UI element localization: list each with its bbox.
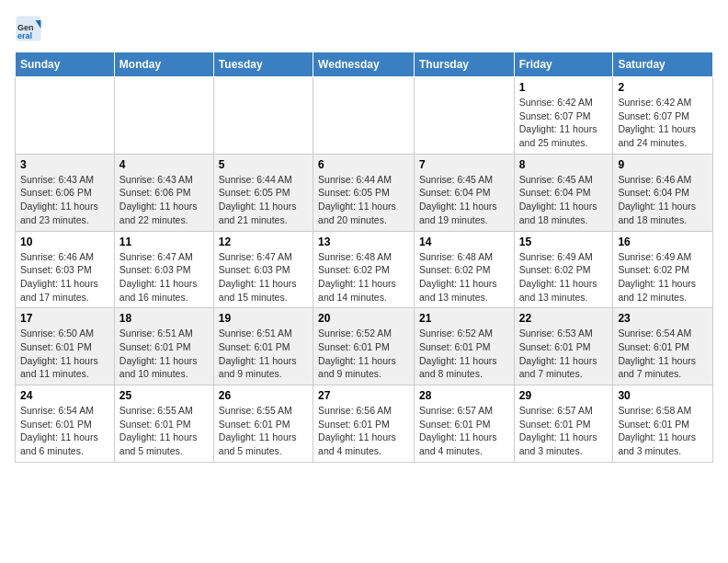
day-info: Sunrise: 6:42 AM Sunset: 6:07 PM Dayligh… bbox=[519, 96, 609, 150]
day-info: Sunrise: 6:57 AM Sunset: 6:01 PM Dayligh… bbox=[519, 404, 609, 458]
calendar-cell: 4Sunrise: 6:43 AM Sunset: 6:06 PM Daylig… bbox=[114, 154, 213, 231]
calendar-cell: 30Sunrise: 6:58 AM Sunset: 6:01 PM Dayli… bbox=[613, 385, 713, 463]
calendar-cell: 27Sunrise: 6:56 AM Sunset: 6:01 PM Dayli… bbox=[313, 385, 415, 463]
day-number: 23 bbox=[618, 312, 708, 325]
day-number: 1 bbox=[519, 81, 609, 94]
calendar-cell: 2Sunrise: 6:42 AM Sunset: 6:07 PM Daylig… bbox=[613, 77, 713, 155]
calendar-cell: 15Sunrise: 6:49 AM Sunset: 6:02 PM Dayli… bbox=[514, 231, 613, 308]
calendar-cell: 11Sunrise: 6:47 AM Sunset: 6:03 PM Dayli… bbox=[114, 231, 213, 308]
day-number: 24 bbox=[20, 389, 109, 402]
calendar-cell bbox=[213, 77, 313, 155]
calendar: SundayMondayTuesdayWednesdayThursdayFrid… bbox=[15, 52, 713, 463]
day-header-thursday: Thursday bbox=[414, 52, 514, 77]
day-header-monday: Monday bbox=[114, 52, 213, 77]
day-info: Sunrise: 6:48 AM Sunset: 6:02 PM Dayligh… bbox=[318, 250, 409, 304]
calendar-cell: 19Sunrise: 6:51 AM Sunset: 6:01 PM Dayli… bbox=[213, 308, 313, 385]
day-number: 2 bbox=[618, 81, 708, 94]
logo-icon: Gen eral bbox=[15, 15, 42, 42]
day-number: 5 bbox=[219, 158, 308, 171]
day-info: Sunrise: 6:44 AM Sunset: 6:05 PM Dayligh… bbox=[318, 173, 409, 227]
day-header-saturday: Saturday bbox=[613, 52, 713, 77]
day-number: 18 bbox=[119, 312, 209, 325]
day-number: 28 bbox=[419, 389, 509, 402]
calendar-cell bbox=[16, 77, 115, 155]
calendar-cell: 7Sunrise: 6:45 AM Sunset: 6:04 PM Daylig… bbox=[414, 154, 514, 231]
calendar-cell: 5Sunrise: 6:44 AM Sunset: 6:05 PM Daylig… bbox=[213, 154, 313, 231]
day-info: Sunrise: 6:52 AM Sunset: 6:01 PM Dayligh… bbox=[419, 327, 509, 381]
day-number: 26 bbox=[219, 389, 308, 402]
calendar-header-row: SundayMondayTuesdayWednesdayThursdayFrid… bbox=[16, 52, 713, 77]
calendar-cell: 25Sunrise: 6:55 AM Sunset: 6:01 PM Dayli… bbox=[114, 385, 213, 463]
day-number: 13 bbox=[318, 236, 409, 248]
day-info: Sunrise: 6:57 AM Sunset: 6:01 PM Dayligh… bbox=[419, 404, 509, 458]
calendar-cell bbox=[114, 77, 213, 155]
calendar-week-3: 10Sunrise: 6:46 AM Sunset: 6:03 PM Dayli… bbox=[16, 231, 713, 308]
day-info: Sunrise: 6:47 AM Sunset: 6:03 PM Dayligh… bbox=[119, 250, 209, 304]
calendar-cell: 17Sunrise: 6:50 AM Sunset: 6:01 PM Dayli… bbox=[16, 308, 115, 385]
day-number: 25 bbox=[119, 389, 209, 402]
day-info: Sunrise: 6:43 AM Sunset: 6:06 PM Dayligh… bbox=[119, 173, 209, 227]
day-number: 9 bbox=[618, 158, 708, 171]
day-info: Sunrise: 6:55 AM Sunset: 6:01 PM Dayligh… bbox=[219, 404, 308, 458]
day-number: 16 bbox=[618, 236, 708, 248]
day-info: Sunrise: 6:44 AM Sunset: 6:05 PM Dayligh… bbox=[219, 173, 308, 227]
calendar-cell: 12Sunrise: 6:47 AM Sunset: 6:03 PM Dayli… bbox=[213, 231, 313, 308]
day-number: 6 bbox=[318, 158, 409, 171]
day-number: 4 bbox=[119, 158, 209, 171]
day-info: Sunrise: 6:46 AM Sunset: 6:04 PM Dayligh… bbox=[618, 173, 708, 227]
calendar-cell: 24Sunrise: 6:54 AM Sunset: 6:01 PM Dayli… bbox=[16, 385, 115, 463]
day-info: Sunrise: 6:48 AM Sunset: 6:02 PM Dayligh… bbox=[419, 250, 509, 304]
calendar-cell: 28Sunrise: 6:57 AM Sunset: 6:01 PM Dayli… bbox=[414, 385, 514, 463]
day-info: Sunrise: 6:49 AM Sunset: 6:02 PM Dayligh… bbox=[618, 250, 708, 304]
day-number: 22 bbox=[519, 312, 609, 325]
svg-text:eral: eral bbox=[17, 31, 32, 40]
calendar-cell: 3Sunrise: 6:43 AM Sunset: 6:06 PM Daylig… bbox=[16, 154, 115, 231]
calendar-cell: 21Sunrise: 6:52 AM Sunset: 6:01 PM Dayli… bbox=[414, 308, 514, 385]
day-header-friday: Friday bbox=[514, 52, 613, 77]
calendar-cell: 9Sunrise: 6:46 AM Sunset: 6:04 PM Daylig… bbox=[613, 154, 713, 231]
day-number: 17 bbox=[20, 312, 109, 325]
day-number: 3 bbox=[20, 158, 109, 171]
day-number: 19 bbox=[219, 312, 308, 325]
day-info: Sunrise: 6:46 AM Sunset: 6:03 PM Dayligh… bbox=[20, 250, 109, 304]
calendar-cell: 10Sunrise: 6:46 AM Sunset: 6:03 PM Dayli… bbox=[16, 231, 115, 308]
day-number: 10 bbox=[20, 236, 109, 248]
day-info: Sunrise: 6:58 AM Sunset: 6:01 PM Dayligh… bbox=[618, 404, 708, 458]
day-number: 14 bbox=[419, 236, 509, 248]
calendar-cell: 1Sunrise: 6:42 AM Sunset: 6:07 PM Daylig… bbox=[514, 77, 613, 155]
day-info: Sunrise: 6:51 AM Sunset: 6:01 PM Dayligh… bbox=[219, 327, 308, 381]
logo: Gen eral bbox=[15, 15, 46, 42]
calendar-cell bbox=[313, 77, 415, 155]
day-number: 7 bbox=[419, 158, 509, 171]
day-number: 11 bbox=[119, 236, 209, 248]
calendar-cell: 14Sunrise: 6:48 AM Sunset: 6:02 PM Dayli… bbox=[414, 231, 514, 308]
day-info: Sunrise: 6:45 AM Sunset: 6:04 PM Dayligh… bbox=[519, 173, 609, 227]
day-info: Sunrise: 6:47 AM Sunset: 6:03 PM Dayligh… bbox=[219, 250, 308, 304]
day-info: Sunrise: 6:53 AM Sunset: 6:01 PM Dayligh… bbox=[519, 327, 609, 381]
day-number: 27 bbox=[318, 389, 409, 402]
calendar-cell: 20Sunrise: 6:52 AM Sunset: 6:01 PM Dayli… bbox=[313, 308, 415, 385]
day-info: Sunrise: 6:55 AM Sunset: 6:01 PM Dayligh… bbox=[119, 404, 209, 458]
day-info: Sunrise: 6:54 AM Sunset: 6:01 PM Dayligh… bbox=[618, 327, 708, 381]
day-number: 20 bbox=[318, 312, 409, 325]
calendar-cell: 6Sunrise: 6:44 AM Sunset: 6:05 PM Daylig… bbox=[313, 154, 415, 231]
day-info: Sunrise: 6:54 AM Sunset: 6:01 PM Dayligh… bbox=[20, 404, 109, 458]
calendar-cell: 16Sunrise: 6:49 AM Sunset: 6:02 PM Dayli… bbox=[613, 231, 713, 308]
day-header-sunday: Sunday bbox=[16, 52, 115, 77]
day-number: 30 bbox=[618, 389, 708, 402]
day-info: Sunrise: 6:45 AM Sunset: 6:04 PM Dayligh… bbox=[419, 173, 509, 227]
day-info: Sunrise: 6:52 AM Sunset: 6:01 PM Dayligh… bbox=[318, 327, 409, 381]
day-number: 29 bbox=[519, 389, 609, 402]
calendar-cell: 8Sunrise: 6:45 AM Sunset: 6:04 PM Daylig… bbox=[514, 154, 613, 231]
calendar-week-4: 17Sunrise: 6:50 AM Sunset: 6:01 PM Dayli… bbox=[16, 308, 713, 385]
header: Gen eral bbox=[15, 15, 713, 42]
day-info: Sunrise: 6:50 AM Sunset: 6:01 PM Dayligh… bbox=[20, 327, 109, 381]
calendar-cell: 23Sunrise: 6:54 AM Sunset: 6:01 PM Dayli… bbox=[613, 308, 713, 385]
calendar-cell: 13Sunrise: 6:48 AM Sunset: 6:02 PM Dayli… bbox=[313, 231, 415, 308]
day-info: Sunrise: 6:49 AM Sunset: 6:02 PM Dayligh… bbox=[519, 250, 609, 304]
calendar-cell: 18Sunrise: 6:51 AM Sunset: 6:01 PM Dayli… bbox=[114, 308, 213, 385]
day-header-tuesday: Tuesday bbox=[213, 52, 313, 77]
calendar-week-5: 24Sunrise: 6:54 AM Sunset: 6:01 PM Dayli… bbox=[16, 385, 713, 463]
day-number: 15 bbox=[519, 236, 609, 248]
day-info: Sunrise: 6:42 AM Sunset: 6:07 PM Dayligh… bbox=[618, 96, 708, 150]
